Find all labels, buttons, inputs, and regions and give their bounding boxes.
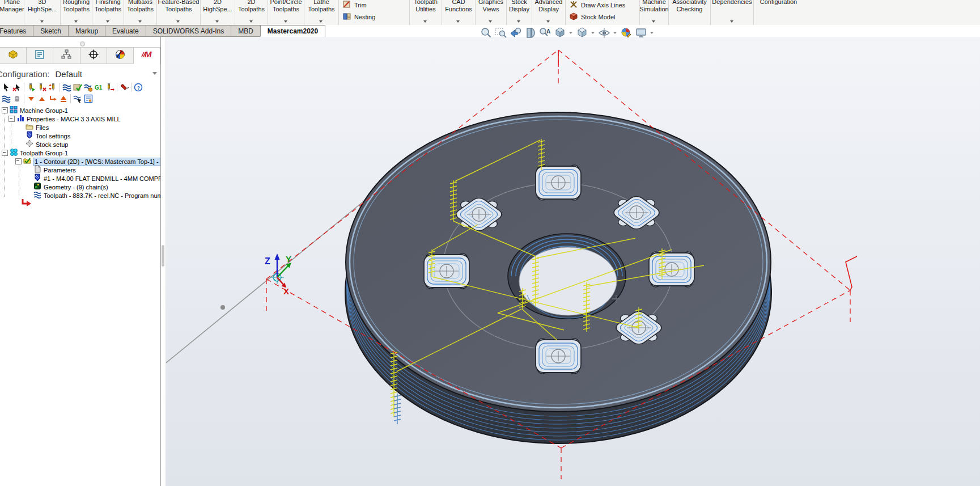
splitter-handle[interactable] xyxy=(162,245,164,267)
trim-button[interactable]: Trim xyxy=(343,1,409,10)
draw-axis-lines-button[interactable]: Draw Axis Lines xyxy=(570,1,639,10)
collapse-icon[interactable] xyxy=(15,158,22,164)
tab-configurationmanager[interactable] xyxy=(53,47,80,64)
send-tool-icon[interactable] xyxy=(105,82,115,92)
collapse-icon[interactable] xyxy=(2,107,8,113)
graphics-viewport[interactable]: Z Y X xyxy=(160,37,980,486)
panel-grip[interactable] xyxy=(80,41,85,47)
move-down-icon[interactable] xyxy=(26,94,36,104)
display-style-caret-icon[interactable] xyxy=(591,32,595,34)
move-up-icon[interactable] xyxy=(37,94,47,104)
scroll-insert-arrow-icon[interactable] xyxy=(58,94,69,104)
dropdown-caret-icon[interactable] xyxy=(215,20,219,23)
ribbon-group-3d-highspeed[interactable]: 3DHighSpe... xyxy=(24,0,61,25)
ribbon-group-graphics-views[interactable]: GraphicsViews xyxy=(476,0,507,25)
ribbon-group-configuration[interactable]: Configuration xyxy=(754,0,803,25)
part-disc[interactable] xyxy=(345,112,771,443)
ribbon-group-dependencies[interactable]: Dependencies xyxy=(711,0,754,25)
dropdown-caret-icon[interactable] xyxy=(319,20,323,23)
annotation-views-icon[interactable]: A xyxy=(538,26,552,40)
nesting-button[interactable]: Nesting xyxy=(343,12,409,22)
tree-item-contour-operation[interactable]: 1 - Contour (2D) - [WCS: Mastercam Top-1… xyxy=(0,157,160,166)
tab-propertymanager[interactable] xyxy=(26,47,53,64)
graphics-area[interactable]: Z Y X xyxy=(160,37,980,486)
ghost-toolpath-icon[interactable] xyxy=(12,94,22,104)
view-orientation-icon[interactable] xyxy=(553,26,567,40)
insert-position-arrow-icon[interactable] xyxy=(20,198,32,210)
move-insert-arrow-icon[interactable] xyxy=(48,94,58,104)
tab-features[interactable]: Features xyxy=(0,25,33,37)
ribbon-group-2d-toolpaths[interactable]: 2DToolpaths xyxy=(235,0,268,25)
view-settings-icon[interactable] xyxy=(634,26,648,40)
configuration-caret-icon[interactable] xyxy=(152,72,157,75)
dropdown-caret-icon[interactable] xyxy=(423,20,427,23)
view-settings-caret-icon[interactable] xyxy=(650,32,654,34)
tree-item-tool[interactable]: #1 - M4.00 FLAT ENDMILL - 4MM COMPRESSIO xyxy=(0,174,160,183)
regenerate-all-icon[interactable] xyxy=(62,82,72,92)
zoom-to-area-icon[interactable] xyxy=(494,26,508,40)
ribbon-group-machine-simulation[interactable]: MachineSimulation xyxy=(640,0,669,25)
tab-sketch[interactable]: Sketch xyxy=(33,25,69,37)
ribbon-group-stock-display[interactable]: StockDisplay xyxy=(507,0,532,25)
dropdown-caret-icon[interactable] xyxy=(456,20,460,23)
hide-show-items-icon[interactable] xyxy=(597,26,611,40)
tree-item-tool-settings[interactable]: Tool settings xyxy=(0,132,160,140)
collapse-icon[interactable] xyxy=(9,116,15,122)
tab-mbd[interactable]: MBD xyxy=(231,25,261,37)
ribbon-group-finishing-toolpaths[interactable]: FinishingToolpaths xyxy=(92,0,124,25)
dropdown-caret-icon[interactable] xyxy=(138,20,142,23)
tab-solidworks-addins[interactable]: SOLIDWORKS Add-Ins xyxy=(146,25,231,37)
ribbon-group-multiaxis-toolpaths[interactable]: MultiaxisToolpaths xyxy=(124,0,157,25)
tab-mastercam2020[interactable]: Mastercam2020 xyxy=(260,25,325,37)
hide-show-caret-icon[interactable] xyxy=(613,32,617,34)
dropdown-caret-icon[interactable] xyxy=(730,20,733,23)
select-none-cursor-icon[interactable] xyxy=(12,82,22,92)
tree-item-toolpath[interactable]: Toolpath - 883.7K - reel.NC - Program nu… xyxy=(0,191,160,200)
ribbon-group-lathe-toolpaths[interactable]: LatheToolpaths xyxy=(304,0,339,25)
delete-operations-icon[interactable] xyxy=(119,82,129,92)
zoom-to-fit-icon[interactable] xyxy=(479,26,493,40)
edit-appearance-icon[interactable] xyxy=(619,26,633,40)
dropdown-caret-icon[interactable] xyxy=(74,20,78,23)
tree-item-files[interactable]: Files xyxy=(0,123,160,132)
select-toolpath-icon[interactable] xyxy=(73,94,83,104)
dropdown-caret-icon[interactable] xyxy=(489,20,492,23)
select-all-operations-icon[interactable] xyxy=(26,82,36,92)
ribbon-group-point-circle-toolpaths[interactable]: Point/CircleToolpaths xyxy=(268,0,304,25)
dropdown-caret-icon[interactable] xyxy=(176,20,180,23)
tab-markup[interactable]: Markup xyxy=(68,25,105,37)
ribbon-group-associativity-checking[interactable]: AssociativityChecking xyxy=(669,0,711,25)
tab-evaluate[interactable]: Evaluate xyxy=(105,25,146,37)
tree-item-parameters[interactable]: Parameters xyxy=(0,166,160,174)
tree-item-properties[interactable]: Properties - MACH 3 3 AXIS MILL xyxy=(0,115,160,123)
toolpath-display-icon[interactable] xyxy=(1,94,11,104)
ribbon-group-plane-manager[interactable]: PlaneManager xyxy=(0,0,24,25)
dropdown-caret-icon[interactable] xyxy=(517,20,520,23)
ribbon-group-advanced-display[interactable]: AdvancedDisplay xyxy=(532,0,566,25)
collapse-icon[interactable] xyxy=(2,150,8,156)
tree-item-geometry[interactable]: Geometry - (9) chain(s) xyxy=(0,183,160,191)
help-icon[interactable]: ? xyxy=(133,82,143,92)
simulate-toolpath-icon[interactable] xyxy=(83,82,94,92)
options-icon[interactable] xyxy=(83,94,94,104)
configuration-value[interactable]: Default xyxy=(55,69,82,79)
tab-dimxpertmanager[interactable] xyxy=(80,47,107,64)
view-orientation-caret-icon[interactable] xyxy=(569,32,572,34)
invert-selection-icon[interactable] xyxy=(48,82,58,92)
ribbon-group-2d-highspeed[interactable]: 2DHighSpe... xyxy=(201,0,235,25)
unselect-all-operations-icon[interactable] xyxy=(37,82,47,92)
tab-featuremanager[interactable] xyxy=(0,47,27,64)
stock-model-button[interactable]: Stock Model xyxy=(570,12,639,22)
post-selected-icon[interactable]: G1 xyxy=(94,82,104,92)
dropdown-caret-icon[interactable] xyxy=(40,20,44,23)
dropdown-caret-icon[interactable] xyxy=(546,20,550,23)
dropdown-caret-icon[interactable] xyxy=(106,20,109,23)
tab-mastercam[interactable]: M xyxy=(133,47,160,64)
ribbon-group-cad-functions[interactable]: CADFunctions xyxy=(442,0,476,25)
previous-view-icon[interactable] xyxy=(508,26,523,40)
ribbon-group-feature-based-toolpaths[interactable]: Feature-BasedToolpaths xyxy=(157,0,201,25)
ribbon-group-toolpath-utilities[interactable]: ToolpathUtilities xyxy=(410,0,442,25)
ribbon-group-roughing-toolpaths[interactable]: RoughingToolpaths xyxy=(61,0,92,25)
section-view-icon[interactable] xyxy=(523,26,537,40)
display-style-icon[interactable] xyxy=(575,26,589,40)
